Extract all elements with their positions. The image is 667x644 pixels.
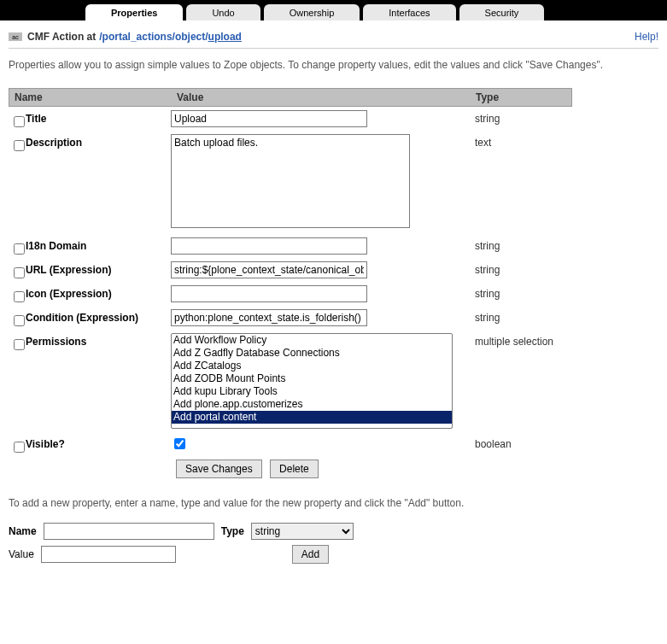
add-value-input[interactable] (41, 546, 176, 563)
prop-type: string (470, 308, 572, 327)
table-row: Description Batch upload files. text (9, 131, 572, 234)
condition-expression-input[interactable] (171, 309, 367, 326)
prop-type: text (470, 133, 572, 152)
permission-option[interactable]: Add portal content (172, 411, 452, 424)
permission-option[interactable]: Add ZODB Mount Points (172, 372, 452, 385)
prop-type: boolean (470, 435, 572, 454)
prop-label-description: Description (26, 137, 82, 149)
delete-button[interactable]: Delete (270, 460, 319, 478)
intro-text: Properties allow you to assign simple va… (9, 57, 658, 73)
icon-expression-input[interactable] (171, 285, 367, 302)
col-value-header: Value (172, 89, 471, 106)
title-input[interactable] (171, 110, 367, 127)
permission-option[interactable]: Add ZCatalogs (172, 360, 452, 372)
action-icon: ac (9, 32, 22, 41)
add-name-input[interactable] (44, 523, 214, 540)
tab-interfaces[interactable]: Interfaces (363, 4, 455, 20)
prop-type: multiple selection (470, 332, 572, 351)
visible-checkbox[interactable] (174, 438, 185, 449)
col-name-header: Name (9, 89, 172, 106)
breadcrumb: /portal_actions/object/upload (99, 31, 242, 43)
permissions-select[interactable]: Add Workflow PolicyAdd Z Gadfly Database… (171, 333, 453, 429)
row-checkbox[interactable] (14, 291, 25, 302)
prop-label-visible: Visible? (26, 438, 65, 450)
i18n-domain-input[interactable] (171, 237, 367, 255)
url-expression-input[interactable] (171, 261, 367, 278)
table-row: Condition (Expression) string (9, 306, 572, 330)
permission-option[interactable]: Add kupu Library Tools (172, 385, 452, 398)
header: ac CMF Action at /portal_actions/object/… (9, 27, 658, 49)
breadcrumb-leaf[interactable]: upload (208, 31, 242, 43)
prop-type: string (470, 284, 572, 303)
row-checkbox[interactable] (14, 140, 25, 151)
prop-label-title: Title (26, 113, 46, 125)
table-row: I18n Domain string (9, 234, 572, 258)
table-row: Visible? boolean (9, 432, 572, 456)
tab-bar: Properties Undo Ownership Interfaces Sec… (0, 0, 667, 20)
permission-option[interactable]: Add Z Gadfly Database Connections (172, 347, 452, 360)
tab-properties[interactable]: Properties (85, 4, 183, 20)
row-checkbox[interactable] (14, 243, 25, 255)
table-row: URL (Expression) string (9, 258, 572, 282)
save-changes-button[interactable]: Save Changes (176, 460, 262, 478)
add-button[interactable]: Add (292, 545, 329, 564)
col-type-header: Type (471, 89, 571, 106)
row-checkbox[interactable] (14, 116, 25, 127)
add-name-label: Name (9, 525, 37, 537)
prop-type: string (470, 109, 572, 128)
row-checkbox[interactable] (14, 315, 25, 326)
add-value-label: Value (9, 548, 34, 560)
add-property-section: To add a new property, enter a name, typ… (9, 497, 658, 564)
add-intro-text: To add a new property, enter a name, typ… (9, 497, 658, 509)
tab-ownership[interactable]: Ownership (264, 4, 360, 20)
prop-type: string (470, 261, 572, 279)
page-title: CMF Action at (27, 31, 96, 43)
prop-type: string (470, 237, 572, 255)
tab-security[interactable]: Security (459, 4, 545, 20)
help-link[interactable]: Help! (635, 31, 658, 43)
breadcrumb-path: /portal_actions/object/ (99, 31, 208, 43)
tab-undo[interactable]: Undo (186, 4, 260, 20)
add-type-select[interactable]: string (251, 523, 354, 540)
add-type-label: Type (221, 525, 244, 537)
table-row: Icon (Expression) string (9, 282, 572, 306)
row-checkbox[interactable] (14, 442, 25, 453)
permission-option[interactable]: Add Workflow Policy (172, 334, 452, 347)
prop-label-permissions: Permissions (26, 336, 86, 348)
description-textarea[interactable]: Batch upload files. (171, 134, 410, 228)
permission-option[interactable]: Add plone.app.customerizes (172, 398, 452, 411)
prop-label-icon: Icon (Expression) (26, 288, 112, 300)
table-row: Permissions Add Workflow PolicyAdd Z Gad… (9, 330, 572, 432)
row-checkbox[interactable] (14, 267, 25, 278)
properties-table: Name Value Type Title string Description… (9, 88, 572, 482)
table-row: Title string (9, 107, 572, 131)
prop-label-url: URL (Expression) (26, 264, 111, 276)
table-header: Name Value Type (9, 88, 572, 107)
prop-label-i18n: I18n Domain (26, 240, 86, 252)
row-checkbox[interactable] (14, 339, 25, 350)
prop-label-condition: Condition (Expression) (26, 312, 138, 324)
